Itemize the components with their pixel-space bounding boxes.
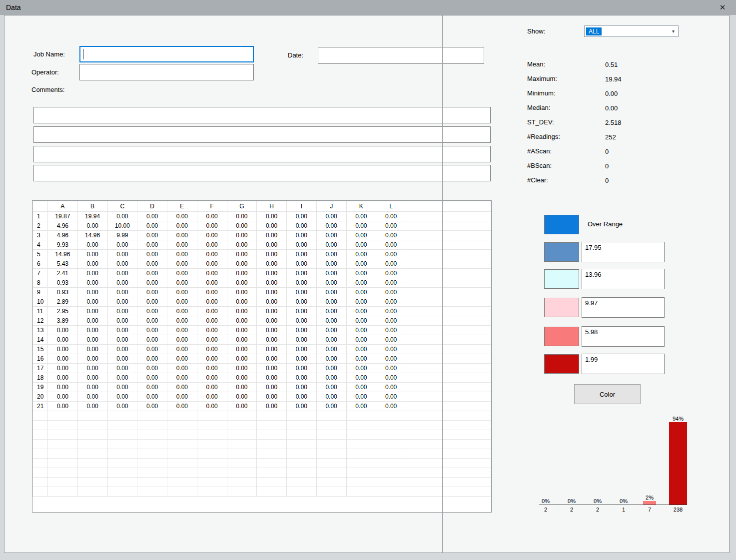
grid-cell[interactable]: 0.00 <box>376 316 406 326</box>
grid-cell[interactable] <box>346 411 376 421</box>
grid-cell[interactable]: 0.00 <box>376 354 406 364</box>
grid-cell[interactable] <box>137 440 167 449</box>
grid-cell[interactable] <box>257 487 287 497</box>
grid-cell[interactable]: 0.00 <box>137 231 167 240</box>
grid-cell[interactable] <box>257 468 287 478</box>
grid-cell[interactable]: 0.93 <box>48 288 78 297</box>
grid-cell[interactable]: 0.00 <box>167 326 197 335</box>
grid-cell[interactable]: 0.00 <box>376 250 406 259</box>
grid-cell[interactable]: 0.00 <box>167 392 197 402</box>
grid-cell[interactable] <box>137 449 167 459</box>
grid-cell[interactable]: 0.00 <box>316 316 346 326</box>
grid-cell[interactable]: 0.00 <box>287 392 317 402</box>
grid-cell[interactable]: 0.00 <box>346 269 376 278</box>
grid-cell[interactable]: 0.00 <box>137 392 167 402</box>
grid-cell[interactable]: 0.00 <box>137 354 167 364</box>
comments-input-4[interactable] <box>33 165 491 181</box>
grid-cell[interactable] <box>316 468 346 478</box>
grid-cell[interactable] <box>316 430 346 440</box>
grid-cell[interactable]: 0.00 <box>316 212 346 221</box>
grid-cell[interactable]: 0.00 <box>376 373 406 383</box>
grid-cell[interactable]: 0.00 <box>287 326 317 335</box>
grid-cell[interactable]: 0.00 <box>227 335 257 345</box>
grid-cell[interactable] <box>346 449 376 459</box>
over-range-swatch[interactable] <box>544 215 579 234</box>
comments-input-1[interactable] <box>33 107 491 123</box>
grid-column-header[interactable]: H <box>257 201 287 212</box>
grid-cell[interactable]: 0.00 <box>77 221 107 231</box>
grid-cell[interactable]: 0.00 <box>257 354 287 364</box>
threshold-swatch[interactable] <box>544 354 579 374</box>
grid-cell[interactable] <box>346 459 376 468</box>
grid-cell[interactable]: 0.00 <box>257 345 287 354</box>
grid-cell[interactable]: 0.00 <box>346 354 376 364</box>
grid-cell[interactable] <box>77 421 107 430</box>
grid-row-number[interactable]: 8 <box>33 278 48 288</box>
grid-cell[interactable]: 0.00 <box>107 240 137 250</box>
grid-cell[interactable]: 0.00 <box>227 373 257 383</box>
grid-row-number[interactable]: 11 <box>33 307 48 316</box>
grid-cell[interactable] <box>257 449 287 459</box>
grid-cell[interactable]: 0.00 <box>137 212 167 221</box>
grid-cell[interactable] <box>137 478 167 487</box>
grid-cell[interactable] <box>197 468 227 478</box>
grid-cell[interactable] <box>77 430 107 440</box>
grid-cell[interactable] <box>346 487 376 497</box>
grid-cell[interactable]: 0.00 <box>77 335 107 345</box>
grid-row-number[interactable] <box>33 487 48 497</box>
grid-cell[interactable]: 0.00 <box>197 316 227 326</box>
grid-cell[interactable]: 0.00 <box>77 364 107 373</box>
grid-cell[interactable]: 0.00 <box>77 307 107 316</box>
grid-column-header[interactable]: G <box>227 201 257 212</box>
grid-cell[interactable]: 0.00 <box>346 240 376 250</box>
grid-cell[interactable] <box>48 421 78 430</box>
grid-cell[interactable]: 0.00 <box>227 364 257 373</box>
grid-cell[interactable]: 0.00 <box>346 278 376 288</box>
grid-cell[interactable]: 9.93 <box>48 240 78 250</box>
grid-cell[interactable] <box>107 487 137 497</box>
grid-cell[interactable] <box>346 478 376 487</box>
grid-cell[interactable] <box>197 421 227 430</box>
grid-cell[interactable] <box>316 459 346 468</box>
grid-cell[interactable]: 0.00 <box>316 259 346 269</box>
grid-cell[interactable]: 0.00 <box>346 221 376 231</box>
grid-cell[interactable]: 9.99 <box>107 231 137 240</box>
grid-cell[interactable]: 0.00 <box>197 250 227 259</box>
grid-cell[interactable]: 0.00 <box>197 326 227 335</box>
grid-cell[interactable]: 0.00 <box>137 240 167 250</box>
grid-cell[interactable] <box>287 468 317 478</box>
threshold-swatch[interactable] <box>544 242 579 262</box>
grid-cell[interactable]: 0.00 <box>137 288 167 297</box>
grid-cell[interactable]: 0.00 <box>77 383 107 392</box>
grid-cell[interactable]: 0.00 <box>287 383 317 392</box>
grid-cell[interactable]: 14.96 <box>48 250 78 259</box>
grid-cell[interactable]: 0.00 <box>48 373 78 383</box>
grid-cell[interactable]: 0.00 <box>167 250 197 259</box>
grid-cell[interactable]: 0.00 <box>77 402 107 411</box>
date-input[interactable] <box>318 47 484 64</box>
grid-cell[interactable]: 0.00 <box>137 259 167 269</box>
grid-cell[interactable]: 0.00 <box>376 231 406 240</box>
grid-cell[interactable] <box>137 459 167 468</box>
grid-cell[interactable]: 0.00 <box>316 383 346 392</box>
grid-cell[interactable] <box>137 468 167 478</box>
grid-cell[interactable]: 0.00 <box>77 326 107 335</box>
grid-cell[interactable]: 0.00 <box>316 221 346 231</box>
grid-cell[interactable]: 0.00 <box>137 278 167 288</box>
grid-row-number[interactable] <box>33 478 48 487</box>
grid-cell[interactable]: 0.00 <box>287 259 317 269</box>
grid-cell[interactable]: 0.00 <box>77 345 107 354</box>
grid-cell[interactable]: 0.00 <box>257 259 287 269</box>
grid-cell[interactable]: 0.00 <box>167 288 197 297</box>
grid-cell[interactable]: 0.00 <box>197 278 227 288</box>
grid-cell[interactable] <box>257 430 287 440</box>
grid-cell[interactable]: 0.00 <box>316 240 346 250</box>
operator-input[interactable] <box>79 64 254 80</box>
grid-row-number[interactable]: 10 <box>33 297 48 307</box>
grid-cell[interactable] <box>197 449 227 459</box>
grid-cell[interactable]: 0.00 <box>257 221 287 231</box>
grid-cell[interactable]: 0.00 <box>167 373 197 383</box>
grid-cell[interactable]: 0.00 <box>376 297 406 307</box>
grid-row-number[interactable]: 5 <box>33 250 48 259</box>
grid-cell[interactable]: 0.00 <box>346 364 376 373</box>
